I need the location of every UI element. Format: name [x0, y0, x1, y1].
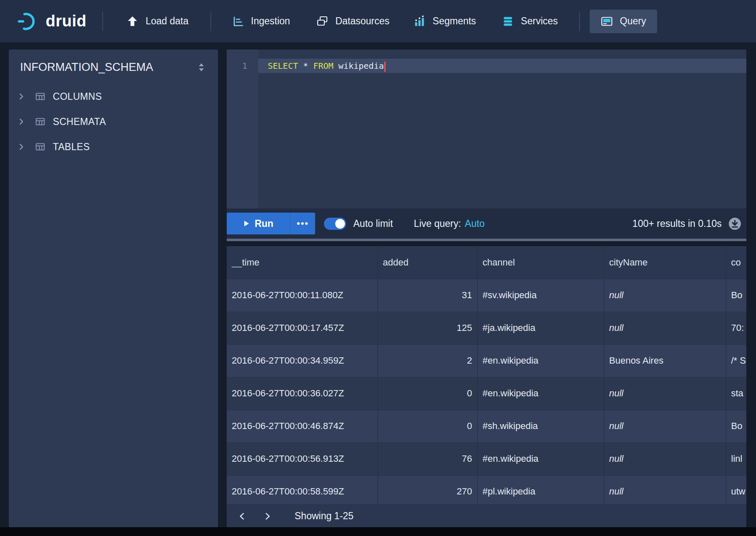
nav-item-label: Segments — [432, 16, 476, 27]
run-button[interactable]: Run — [227, 213, 290, 234]
auto-limit-toggle[interactable] — [324, 218, 346, 230]
nav-divider-2 — [210, 12, 211, 31]
results-scroll-area[interactable]: __timeaddedchannelcityNameco 2016-06-27T… — [227, 246, 746, 505]
prev-page-button[interactable] — [236, 510, 249, 523]
table-row[interactable]: 2016-06-27T00:00:34.959Z2#en.wikipediaBu… — [227, 344, 746, 377]
datasources-icon — [316, 15, 329, 28]
chevron-right-icon — [17, 117, 26, 126]
table-cell: null — [604, 475, 726, 505]
ingestion-icon — [232, 15, 244, 28]
table-cell: Bo — [726, 279, 746, 312]
sql-star: * — [303, 61, 308, 71]
druid-logo[interactable]: druid — [17, 10, 86, 32]
column-header-co[interactable]: co — [726, 246, 746, 279]
table-row[interactable]: 2016-06-27T00:00:36.027Z0#en.wikipedianu… — [227, 377, 746, 410]
chevron-right-icon — [263, 512, 272, 521]
druid-console: druid Load data Ingestion Datasources — [0, 0, 756, 536]
chevron-left-icon — [238, 512, 247, 521]
logo-text: druid — [46, 12, 86, 30]
table-cell: #en.wikipedia — [477, 344, 604, 377]
query-icon — [601, 15, 613, 28]
toggle-knob — [335, 219, 345, 229]
table-cell: #sv.wikipedia — [477, 279, 604, 312]
panel-gap — [227, 241, 746, 246]
services-icon — [502, 15, 514, 28]
sql-identifier: wikipedia — [339, 61, 384, 71]
table-cell: Buenos Aires — [604, 344, 726, 377]
results-info: 100+ results in 0.10s — [632, 217, 741, 230]
column-header-added[interactable]: added — [378, 246, 477, 279]
line-number: 1 — [227, 59, 247, 73]
table-cell: 2016-06-27T00:00:34.959Z — [227, 344, 378, 377]
druid-logo-icon — [17, 10, 39, 32]
schema-selector[interactable]: INFORMATION_SCHEMA — [9, 49, 218, 84]
code-line: SELECT * FROM wikipedia — [258, 59, 746, 73]
table-cell: 2016-06-27T00:00:58.599Z — [227, 475, 378, 505]
table-icon — [35, 91, 46, 102]
table-cell: 2 — [378, 344, 477, 377]
results-table-body: 2016-06-27T00:00:11.080Z31#sv.wikipedian… — [227, 279, 746, 505]
nav-item-query[interactable]: Query — [590, 10, 657, 33]
more-icon: ••• — [297, 218, 309, 229]
sql-keyword: SELECT — [268, 61, 298, 71]
table-row[interactable]: 2016-06-27T00:00:11.080Z31#sv.wikipedian… — [227, 279, 746, 312]
nav-item-services[interactable]: Services — [502, 15, 558, 28]
sidebar-item-tables[interactable]: TABLES — [9, 134, 218, 159]
download-button[interactable] — [728, 217, 741, 230]
table-cell: sta — [726, 377, 746, 410]
sidebar-item-schemata[interactable]: SCHEMATA — [9, 109, 218, 134]
column-header-cityName[interactable]: cityName — [604, 246, 726, 279]
table-cell: 0 — [378, 410, 477, 442]
column-header-channel[interactable]: channel — [477, 246, 604, 279]
nav-divider-3 — [579, 12, 580, 31]
table-row[interactable]: 2016-06-27T00:00:17.457Z125#ja.wikipedia… — [227, 312, 746, 344]
table-cell: #ja.wikipedia — [477, 312, 604, 344]
nav-item-datasources[interactable]: Datasources — [316, 15, 389, 28]
table-icon — [35, 116, 46, 127]
download-icon — [728, 217, 741, 230]
query-toolbar: Run ••• Auto limit Live query:Auto 100+ … — [227, 208, 746, 239]
nav-item-load-data[interactable]: Load data — [126, 15, 188, 28]
sql-keyword: FROM — [313, 61, 333, 71]
table-cell: null — [604, 442, 726, 475]
table-cell: 2016-06-27T00:00:36.027Z — [227, 377, 378, 410]
nav-item-label: Datasources — [335, 16, 389, 27]
run-label: Run — [255, 218, 274, 229]
schema-tree: COLUMNS SCHEMATA — [9, 84, 218, 159]
more-options-button[interactable]: ••• — [290, 213, 315, 234]
table-cell: 125 — [378, 312, 477, 344]
table-row[interactable]: 2016-06-27T00:00:46.874Z0#sh.wikipedianu… — [227, 410, 746, 442]
sidebar-item-label: COLUMNS — [53, 91, 102, 102]
table-row[interactable]: 2016-06-27T00:00:56.913Z76#en.wikipedian… — [227, 442, 746, 475]
auto-limit-label: Auto limit — [353, 218, 393, 229]
segments-icon — [413, 15, 426, 28]
chevron-right-icon — [17, 92, 26, 101]
code-area[interactable]: SELECT * FROM wikipedia — [258, 49, 746, 208]
sql-editor[interactable]: 1 SELECT * FROM wikipedia — [227, 49, 746, 208]
nav-divider-1 — [102, 12, 103, 31]
table-cell: 76 — [378, 442, 477, 475]
table-cell: 2016-06-27T00:00:56.913Z — [227, 442, 378, 475]
nav-item-label: Load data — [145, 16, 188, 27]
nav-item-label: Services — [521, 16, 558, 27]
play-icon — [243, 220, 249, 227]
chevron-right-icon — [17, 143, 26, 151]
results-panel: __timeaddedchannelcityNameco 2016-06-27T… — [227, 246, 746, 527]
next-page-button[interactable] — [261, 510, 274, 523]
pagination-bar: Showing 1-25 — [227, 505, 746, 527]
text-cursor — [384, 62, 386, 72]
sidebar-item-label: TABLES — [53, 141, 90, 153]
nav-item-segments[interactable]: Segments — [413, 15, 476, 28]
live-query-value[interactable]: Auto — [465, 218, 484, 229]
table-cell: utw — [726, 475, 746, 505]
schema-sidebar: INFORMATION_SCHEMA — [9, 49, 218, 527]
table-cell: null — [604, 410, 726, 442]
query-view: 1 SELECT * FROM wikipedia Run ••• — [227, 49, 746, 527]
nav-item-ingestion[interactable]: Ingestion — [232, 15, 290, 28]
table-row[interactable]: 2016-06-27T00:00:58.599Z270#pl.wikipedia… — [227, 475, 746, 505]
column-header-__time[interactable]: __time — [227, 246, 378, 279]
results-summary: 100+ results in 0.10s — [632, 218, 722, 229]
showing-range: Showing 1-25 — [295, 510, 354, 522]
top-nav: druid Load data Ingestion Datasources — [0, 0, 756, 42]
sidebar-item-columns[interactable]: COLUMNS — [9, 84, 218, 109]
